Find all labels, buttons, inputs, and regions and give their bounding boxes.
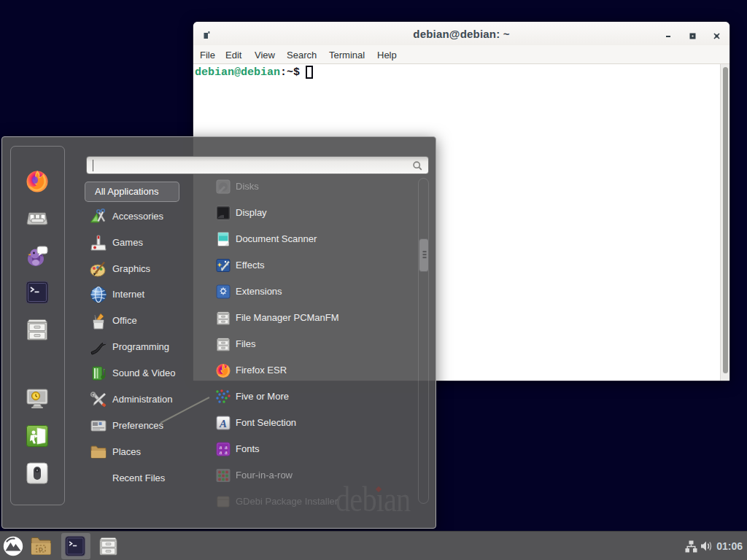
svg-text:A: A bbox=[219, 418, 227, 429]
svg-text:a: a bbox=[225, 448, 228, 456]
svg-text:a: a bbox=[220, 448, 222, 456]
svg-text:D: D bbox=[39, 546, 43, 553]
